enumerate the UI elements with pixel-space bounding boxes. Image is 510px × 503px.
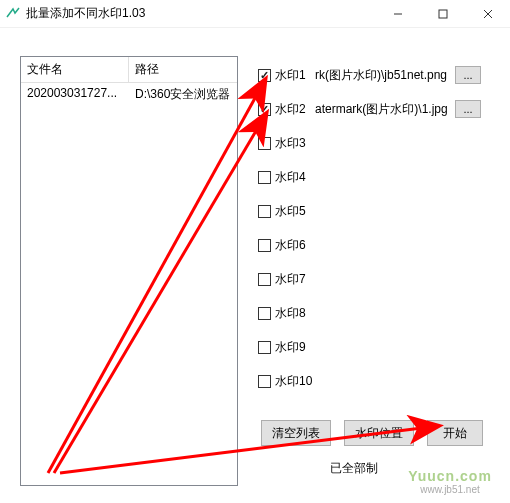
close-button[interactable]: [465, 0, 510, 28]
watermark-row-5: 水印5: [258, 202, 311, 220]
watermark-label-4: 水印4: [275, 169, 311, 186]
watermark-checkbox-1[interactable]: [258, 69, 271, 82]
file-list[interactable]: 文件名 路径 202003031727... D:\360安全浏览器: [20, 56, 238, 486]
watermark-label-8: 水印8: [275, 305, 311, 322]
status-text: 已全部制: [330, 460, 378, 477]
browse-button-1[interactable]: ...: [455, 66, 481, 84]
maximize-button[interactable]: [420, 0, 465, 28]
watermark-row-7: 水印7: [258, 270, 311, 288]
watermark-checkbox-2[interactable]: [258, 103, 271, 116]
watermark-checkbox-4[interactable]: [258, 171, 271, 184]
watermark-label-3: 水印3: [275, 135, 311, 152]
header-path[interactable]: 路径: [129, 57, 237, 82]
watermark-row-9: 水印9: [258, 338, 311, 356]
watermark-row-4: 水印4: [258, 168, 311, 186]
table-row[interactable]: 202003031727... D:\360安全浏览器: [21, 83, 237, 106]
watermark-path-2: atermark(图片水印)\1.jpg: [315, 101, 451, 118]
footer-logo: Yuucn.com www.jb51.net: [390, 459, 510, 503]
watermark-checkbox-6[interactable]: [258, 239, 271, 252]
watermark-checkbox-10[interactable]: [258, 375, 271, 388]
watermark-row-1: 水印1rk(图片水印)\jb51net.png...: [258, 66, 481, 84]
header-filename[interactable]: 文件名: [21, 57, 129, 82]
watermark-checkbox-8[interactable]: [258, 307, 271, 320]
watermark-label-9: 水印9: [275, 339, 311, 356]
watermark-row-8: 水印8: [258, 304, 311, 322]
watermark-label-2: 水印2: [275, 101, 311, 118]
cell-path: D:\360安全浏览器: [129, 83, 237, 106]
watermark-checkbox-9[interactable]: [258, 341, 271, 354]
clear-list-button[interactable]: 清空列表: [261, 420, 331, 446]
watermark-position-button[interactable]: 水印位置: [344, 420, 414, 446]
footer-line2: www.jb51.net: [420, 484, 479, 495]
watermark-row-10: 水印10: [258, 372, 312, 390]
app-icon: [6, 7, 20, 21]
watermark-label-6: 水印6: [275, 237, 311, 254]
watermark-checkbox-5[interactable]: [258, 205, 271, 218]
watermark-path-1: rk(图片水印)\jb51net.png: [315, 67, 451, 84]
start-button[interactable]: 开始: [427, 420, 483, 446]
browse-button-2[interactable]: ...: [455, 100, 481, 118]
minimize-button[interactable]: [375, 0, 420, 28]
watermark-row-3: 水印3: [258, 134, 311, 152]
watermark-checkbox-7[interactable]: [258, 273, 271, 286]
window-title: 批量添加不同水印1.03: [26, 5, 375, 22]
file-list-headers: 文件名 路径: [21, 57, 237, 83]
footer-line1: Yuucn.com: [408, 468, 492, 484]
watermark-checkbox-3[interactable]: [258, 137, 271, 150]
watermark-label-10: 水印10: [275, 373, 312, 390]
cell-filename: 202003031727...: [21, 83, 129, 106]
watermark-row-2: 水印2atermark(图片水印)\1.jpg...: [258, 100, 481, 118]
client-area: 文件名 路径 202003031727... D:\360安全浏览器 水印1rk…: [0, 28, 510, 503]
watermark-label-1: 水印1: [275, 67, 311, 84]
svg-rect-1: [439, 10, 447, 18]
title-bar: 批量添加不同水印1.03: [0, 0, 510, 28]
watermark-row-6: 水印6: [258, 236, 311, 254]
watermark-label-7: 水印7: [275, 271, 311, 288]
watermark-label-5: 水印5: [275, 203, 311, 220]
